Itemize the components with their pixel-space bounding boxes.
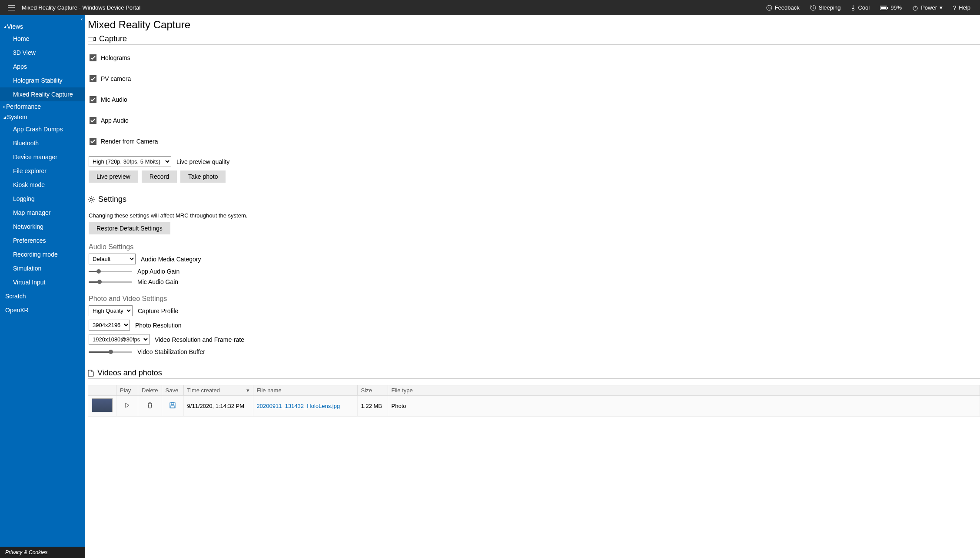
hamburger-menu-icon[interactable]: [4, 5, 18, 10]
thumbnail: [92, 398, 113, 412]
nav-item-networking[interactable]: Networking: [0, 220, 85, 234]
battery-icon: [880, 6, 888, 10]
section-title-capture: Capture: [99, 34, 127, 43]
expand-icon: ◢: [3, 25, 6, 29]
svg-rect-4: [887, 7, 888, 9]
capture-profile-select[interactable]: High Quality: [89, 305, 133, 316]
sidebar: ‹ ◢ViewsHome3D ViewAppsHologram Stabilit…: [0, 15, 85, 558]
delete-icon[interactable]: [147, 402, 153, 408]
col-delete[interactable]: Delete: [138, 385, 162, 396]
checkbox-holograms[interactable]: Holograms: [89, 51, 980, 65]
checkbox-icon: [90, 54, 96, 61]
file-type: Photo: [388, 396, 980, 417]
page-title: Mixed Reality Capture: [88, 17, 980, 34]
nav-item-hologram-stability[interactable]: Hologram Stability: [0, 74, 85, 87]
col-thumb[interactable]: [88, 385, 116, 396]
gear-icon: [88, 196, 95, 203]
audio-settings-heading: Audio Settings: [88, 243, 980, 251]
expand-icon: ▸: [3, 105, 5, 109]
live-preview-quality-label: Live preview quality: [176, 158, 229, 165]
camcorder-icon: [88, 36, 96, 42]
nav-item-app-crash-dumps[interactable]: App Crash Dumps: [0, 122, 85, 136]
nav-item-logging[interactable]: Logging: [0, 192, 85, 206]
checkbox-mic-audio[interactable]: Mic Audio: [89, 93, 980, 107]
save-icon[interactable]: [169, 402, 176, 408]
svg-point-0: [767, 5, 772, 10]
nav-item-apps[interactable]: Apps: [0, 60, 85, 74]
video-resolution-select[interactable]: 1920x1080@30fps: [89, 334, 149, 345]
photo-resolution-select[interactable]: 3904x2196: [89, 320, 130, 331]
nav-group-views[interactable]: ◢Views: [0, 21, 85, 32]
expand-icon: ◢: [3, 115, 6, 119]
thermometer-icon: [851, 5, 855, 11]
question-icon: ?: [953, 4, 956, 11]
nav-group-performance[interactable]: ▸Performance: [0, 101, 85, 112]
content-area: Mixed Reality Capture Capture HologramsP…: [85, 15, 980, 558]
record-button[interactable]: Record: [142, 170, 177, 183]
smiley-icon: [766, 5, 772, 11]
nav-item-map-manager[interactable]: Map manager: [0, 206, 85, 220]
audio-media-category-select[interactable]: Default: [89, 254, 136, 264]
nav-item-openxr[interactable]: OpenXR: [0, 303, 85, 317]
col-file-type[interactable]: File type: [388, 385, 980, 396]
nav-item-preferences[interactable]: Preferences: [0, 234, 85, 247]
nav-item-scratch[interactable]: Scratch: [0, 289, 85, 303]
nav-item-file-explorer[interactable]: File explorer: [0, 164, 85, 178]
sleeping-status[interactable]: Sleeping: [805, 4, 846, 11]
mic-audio-gain-slider[interactable]: [89, 280, 132, 284]
checkbox-render-from-camera[interactable]: Render from Camera: [89, 134, 980, 148]
checkbox-icon: [90, 117, 96, 124]
nav-item-kiosk-mode[interactable]: Kiosk mode: [0, 178, 85, 192]
history-icon: [810, 5, 816, 11]
col-time-created[interactable]: Time created ▾: [183, 385, 253, 396]
play-icon[interactable]: [125, 403, 130, 408]
checkbox-icon: [90, 138, 96, 145]
col-play[interactable]: Play: [116, 385, 138, 396]
nav-item-3d-view[interactable]: 3D View: [0, 46, 85, 60]
time-created: 9/11/2020, 1:14:32 PM: [183, 396, 253, 417]
svg-point-8: [90, 198, 93, 201]
help-button[interactable]: ? Help: [948, 4, 976, 11]
restore-defaults-button[interactable]: Restore Default Settings: [89, 222, 170, 234]
app-audio-gain-slider[interactable]: [89, 269, 132, 274]
media-row: 9/11/2020, 1:14:32 PM20200911_131432_Hol…: [88, 396, 980, 417]
nav-item-device-manager[interactable]: Device manager: [0, 150, 85, 164]
top-bar: Mixed Reality Capture - Windows Device P…: [0, 0, 980, 15]
video-resolution-label: Video Resolution and Frame-rate: [155, 336, 244, 343]
checkbox-pv-camera[interactable]: PV camera: [89, 72, 980, 86]
live-preview-button[interactable]: Live preview: [89, 170, 138, 183]
nav-group-system[interactable]: ◢System: [0, 112, 85, 122]
media-table: PlayDeleteSaveTime created ▾File nameSiz…: [88, 385, 980, 417]
power-icon: [912, 5, 918, 11]
thermal-status[interactable]: Cool: [846, 4, 875, 11]
take-photo-button[interactable]: Take photo: [180, 170, 226, 183]
nav-item-bluetooth[interactable]: Bluetooth: [0, 136, 85, 150]
capture-profile-label: Capture Profile: [138, 307, 178, 314]
col-file-name[interactable]: File name: [253, 385, 357, 396]
file-link[interactable]: 20200911_131432_HoloLens.jpg: [257, 403, 340, 409]
collapse-sidebar-icon[interactable]: ‹: [81, 16, 83, 22]
document-icon: [88, 370, 94, 377]
col-size[interactable]: Size: [357, 385, 388, 396]
col-save[interactable]: Save: [162, 385, 183, 396]
chevron-down-icon: ▾: [940, 4, 943, 11]
power-menu[interactable]: Power ▾: [907, 4, 948, 11]
battery-status[interactable]: 99%: [875, 4, 907, 11]
nav-item-virtual-input[interactable]: Virtual Input: [0, 275, 85, 289]
checkbox-icon: [90, 75, 96, 82]
privacy-link[interactable]: Privacy & Cookies: [0, 547, 85, 558]
settings-note: Changing these settings will affect MRC …: [88, 211, 980, 222]
checkbox-app-audio[interactable]: App Audio: [89, 114, 980, 127]
photo-video-settings-heading: Photo and Video Settings: [88, 295, 980, 303]
nav-item-home[interactable]: Home: [0, 32, 85, 46]
nav-item-recording-mode[interactable]: Recording mode: [0, 247, 85, 261]
nav-item-mixed-reality-capture[interactable]: Mixed Reality Capture: [0, 87, 85, 101]
svg-point-1: [768, 7, 769, 7]
live-preview-quality-select[interactable]: High (720p, 30fps, 5 Mbits): [89, 156, 171, 167]
svg-rect-5: [881, 7, 886, 9]
nav-item-simulation[interactable]: Simulation: [0, 261, 85, 275]
feedback-button[interactable]: Feedback: [761, 4, 805, 11]
video-stabilization-slider[interactable]: [89, 350, 132, 354]
svg-rect-10: [171, 403, 174, 404]
section-title-settings: Settings: [98, 195, 126, 204]
